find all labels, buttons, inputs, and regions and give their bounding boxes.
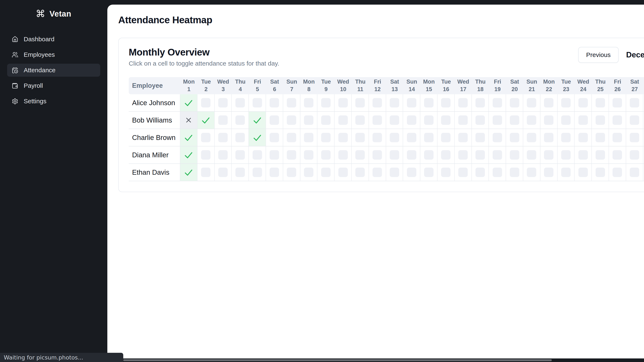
attendance-cell[interactable] (455, 129, 472, 146)
attendance-cell[interactable] (215, 146, 232, 163)
sidebar-item-employees[interactable]: Employees (7, 48, 100, 61)
attendance-cell[interactable] (438, 146, 455, 163)
attendance-cell[interactable] (609, 94, 626, 111)
attendance-cell[interactable] (489, 129, 506, 146)
attendance-cell[interactable] (300, 94, 318, 111)
attendance-cell[interactable] (558, 94, 575, 111)
attendance-cell[interactable] (352, 94, 369, 111)
attendance-cell[interactable] (198, 94, 215, 111)
attendance-cell[interactable] (369, 164, 386, 181)
attendance-cell[interactable] (574, 112, 592, 129)
attendance-cell[interactable] (558, 129, 575, 146)
attendance-cell[interactable] (420, 94, 438, 111)
attendance-cell[interactable] (455, 164, 472, 181)
attendance-cell[interactable] (489, 164, 506, 181)
attendance-cell[interactable] (574, 94, 592, 111)
attendance-cell[interactable] (369, 94, 386, 111)
attendance-cell[interactable] (232, 146, 249, 163)
attendance-cell[interactable] (369, 146, 386, 163)
attendance-cell[interactable] (283, 129, 300, 146)
attendance-cell[interactable] (215, 112, 232, 129)
attendance-cell[interactable] (180, 146, 198, 163)
attendance-cell[interactable] (334, 146, 352, 163)
attendance-cell[interactable] (574, 129, 592, 146)
attendance-cell[interactable] (506, 112, 523, 129)
attendance-cell[interactable] (574, 164, 592, 181)
attendance-cell[interactable] (249, 112, 266, 129)
attendance-cell[interactable] (266, 164, 283, 181)
attendance-cell[interactable] (455, 112, 472, 129)
attendance-cell[interactable] (472, 164, 489, 181)
attendance-cell[interactable] (403, 94, 420, 111)
sidebar-item-dashboard[interactable]: Dashboard (7, 33, 100, 46)
attendance-cell[interactable] (180, 94, 198, 111)
attendance-cell[interactable] (626, 164, 643, 181)
attendance-cell[interactable] (249, 94, 266, 111)
attendance-cell[interactable] (215, 129, 232, 146)
attendance-cell[interactable] (318, 146, 334, 163)
attendance-cell[interactable] (609, 112, 626, 129)
attendance-cell[interactable] (180, 112, 198, 129)
attendance-cell[interactable] (592, 94, 609, 111)
attendance-cell[interactable] (420, 112, 438, 129)
attendance-cell[interactable] (609, 129, 626, 146)
attendance-cell[interactable] (180, 129, 198, 146)
attendance-cell[interactable] (403, 164, 420, 181)
attendance-cell[interactable] (300, 164, 318, 181)
attendance-cell[interactable] (506, 94, 523, 111)
attendance-cell[interactable] (574, 146, 592, 163)
attendance-cell[interactable] (506, 164, 523, 181)
attendance-cell[interactable] (249, 129, 266, 146)
attendance-cell[interactable] (232, 94, 249, 111)
attendance-cell[interactable] (540, 112, 558, 129)
attendance-cell[interactable] (523, 164, 540, 181)
attendance-cell[interactable] (334, 129, 352, 146)
attendance-cell[interactable] (403, 112, 420, 129)
attendance-cell[interactable] (438, 112, 455, 129)
attendance-cell[interactable] (420, 146, 438, 163)
attendance-cell[interactable] (643, 146, 644, 163)
attendance-cell[interactable] (472, 94, 489, 111)
attendance-cell[interactable] (523, 94, 540, 111)
attendance-cell[interactable] (352, 112, 369, 129)
attendance-cell[interactable] (352, 129, 369, 146)
attendance-cell[interactable] (506, 146, 523, 163)
attendance-cell[interactable] (592, 164, 609, 181)
attendance-cell[interactable] (523, 129, 540, 146)
attendance-cell[interactable] (643, 112, 644, 129)
attendance-cell[interactable] (232, 112, 249, 129)
attendance-cell[interactable] (266, 112, 283, 129)
attendance-cell[interactable] (232, 129, 249, 146)
attendance-cell[interactable] (643, 164, 644, 181)
attendance-cell[interactable] (523, 112, 540, 129)
attendance-cell[interactable] (198, 129, 215, 146)
attendance-cell[interactable] (626, 112, 643, 129)
attendance-cell[interactable] (386, 129, 403, 146)
attendance-cell[interactable] (438, 129, 455, 146)
attendance-cell[interactable] (318, 112, 334, 129)
attendance-cell[interactable] (626, 146, 643, 163)
attendance-cell[interactable] (283, 94, 300, 111)
attendance-cell[interactable] (266, 94, 283, 111)
attendance-cell[interactable] (198, 146, 215, 163)
attendance-cell[interactable] (609, 146, 626, 163)
attendance-cell[interactable] (300, 129, 318, 146)
attendance-cell[interactable] (386, 146, 403, 163)
attendance-cell[interactable] (438, 164, 455, 181)
attendance-cell[interactable] (300, 112, 318, 129)
attendance-cell[interactable] (558, 146, 575, 163)
attendance-cell[interactable] (180, 164, 198, 181)
attendance-cell[interactable] (334, 164, 352, 181)
attendance-cell[interactable] (369, 129, 386, 146)
attendance-cell[interactable] (523, 146, 540, 163)
attendance-cell[interactable] (318, 164, 334, 181)
attendance-cell[interactable] (334, 94, 352, 111)
attendance-cell[interactable] (540, 129, 558, 146)
attendance-cell[interactable] (540, 94, 558, 111)
attendance-cell[interactable] (592, 146, 609, 163)
attendance-cell[interactable] (420, 164, 438, 181)
attendance-cell[interactable] (558, 164, 575, 181)
attendance-cell[interactable] (506, 129, 523, 146)
attendance-cell[interactable] (198, 112, 215, 129)
attendance-cell[interactable] (334, 112, 352, 129)
